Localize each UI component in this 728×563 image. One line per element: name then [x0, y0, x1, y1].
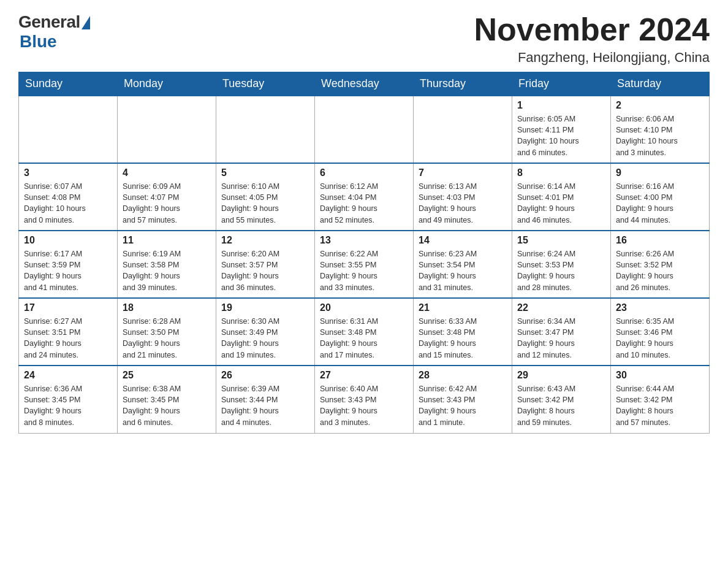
day-number: 3 [24, 167, 112, 178]
calendar-cell: 10Sunrise: 6:17 AM Sunset: 3:59 PM Dayli… [19, 231, 118, 298]
calendar-cell: 8Sunrise: 6:14 AM Sunset: 4:01 PM Daylig… [512, 163, 611, 231]
day-number: 11 [123, 235, 211, 246]
day-info: Sunrise: 6:40 AM Sunset: 3:43 PM Dayligh… [320, 383, 408, 428]
day-info: Sunrise: 6:26 AM Sunset: 3:52 PM Dayligh… [616, 248, 704, 293]
day-info: Sunrise: 6:44 AM Sunset: 3:42 PM Dayligh… [616, 383, 704, 428]
day-number: 21 [419, 302, 507, 313]
calendar-cell: 7Sunrise: 6:13 AM Sunset: 4:03 PM Daylig… [414, 163, 512, 231]
calendar-cell: 21Sunrise: 6:33 AM Sunset: 3:48 PM Dayli… [414, 298, 512, 366]
calendar-cell: 23Sunrise: 6:35 AM Sunset: 3:46 PM Dayli… [611, 298, 710, 366]
calendar-cell: 3Sunrise: 6:07 AM Sunset: 4:08 PM Daylig… [19, 163, 118, 231]
location: Fangzheng, Heilongjiang, China [474, 50, 710, 66]
day-number: 30 [616, 370, 704, 381]
logo-blue-text: Blue [20, 32, 57, 52]
day-info: Sunrise: 6:13 AM Sunset: 4:03 PM Dayligh… [419, 181, 507, 226]
header-thursday: Thursday [414, 72, 512, 96]
day-info: Sunrise: 6:16 AM Sunset: 4:00 PM Dayligh… [616, 181, 704, 226]
day-info: Sunrise: 6:09 AM Sunset: 4:07 PM Dayligh… [123, 181, 211, 226]
calendar-cell: 9Sunrise: 6:16 AM Sunset: 4:00 PM Daylig… [611, 163, 710, 231]
day-info: Sunrise: 6:34 AM Sunset: 3:47 PM Dayligh… [517, 316, 605, 361]
day-number: 25 [123, 370, 211, 381]
day-info: Sunrise: 6:36 AM Sunset: 3:45 PM Dayligh… [24, 383, 112, 428]
calendar-cell: 5Sunrise: 6:10 AM Sunset: 4:05 PM Daylig… [216, 163, 315, 231]
month-title: November 2024 [474, 12, 710, 47]
calendar-cell: 17Sunrise: 6:27 AM Sunset: 3:51 PM Dayli… [19, 298, 118, 366]
week-row-3: 10Sunrise: 6:17 AM Sunset: 3:59 PM Dayli… [19, 231, 710, 298]
day-number: 23 [616, 302, 704, 313]
calendar-cell: 25Sunrise: 6:38 AM Sunset: 3:45 PM Dayli… [118, 366, 216, 433]
day-info: Sunrise: 6:33 AM Sunset: 3:48 PM Dayligh… [419, 316, 507, 361]
calendar-cell: 1Sunrise: 6:05 AM Sunset: 4:11 PM Daylig… [512, 96, 611, 163]
day-number: 8 [517, 167, 605, 178]
day-number: 6 [320, 167, 408, 178]
calendar-cell: 6Sunrise: 6:12 AM Sunset: 4:04 PM Daylig… [315, 163, 414, 231]
day-number: 19 [221, 302, 309, 313]
header: General Blue November 2024 Fangzheng, He… [18, 12, 710, 66]
calendar-cell: 26Sunrise: 6:39 AM Sunset: 3:44 PM Dayli… [216, 366, 315, 433]
day-number: 13 [320, 235, 408, 246]
calendar-cell: 24Sunrise: 6:36 AM Sunset: 3:45 PM Dayli… [19, 366, 118, 433]
day-number: 10 [24, 235, 112, 246]
day-info: Sunrise: 6:20 AM Sunset: 3:57 PM Dayligh… [221, 248, 309, 293]
day-info: Sunrise: 6:27 AM Sunset: 3:51 PM Dayligh… [24, 316, 112, 361]
calendar-cell: 4Sunrise: 6:09 AM Sunset: 4:07 PM Daylig… [118, 163, 216, 231]
day-info: Sunrise: 6:35 AM Sunset: 3:46 PM Dayligh… [616, 316, 704, 361]
day-number: 24 [24, 370, 112, 381]
day-info: Sunrise: 6:43 AM Sunset: 3:42 PM Dayligh… [517, 383, 605, 428]
day-number: 17 [24, 302, 112, 313]
day-info: Sunrise: 6:07 AM Sunset: 4:08 PM Dayligh… [24, 181, 112, 226]
logo-general-text: General [18, 12, 80, 32]
day-number: 26 [221, 370, 309, 381]
header-monday: Monday [118, 72, 216, 96]
calendar-cell [19, 96, 118, 163]
day-number: 2 [616, 100, 704, 111]
header-sunday: Sunday [19, 72, 118, 96]
day-number: 5 [221, 167, 309, 178]
day-info: Sunrise: 6:42 AM Sunset: 3:43 PM Dayligh… [419, 383, 507, 428]
week-row-4: 17Sunrise: 6:27 AM Sunset: 3:51 PM Dayli… [19, 298, 710, 366]
day-number: 15 [517, 235, 605, 246]
calendar-cell: 30Sunrise: 6:44 AM Sunset: 3:42 PM Dayli… [611, 366, 710, 433]
calendar-cell [118, 96, 216, 163]
day-number: 14 [419, 235, 507, 246]
day-number: 9 [616, 167, 704, 178]
calendar-cell: 2Sunrise: 6:06 AM Sunset: 4:10 PM Daylig… [611, 96, 710, 163]
day-info: Sunrise: 6:22 AM Sunset: 3:55 PM Dayligh… [320, 248, 408, 293]
day-number: 28 [419, 370, 507, 381]
day-number: 1 [517, 100, 605, 111]
calendar-cell [414, 96, 512, 163]
day-info: Sunrise: 6:19 AM Sunset: 3:58 PM Dayligh… [123, 248, 211, 293]
day-number: 22 [517, 302, 605, 313]
calendar-cell [315, 96, 414, 163]
day-number: 7 [419, 167, 507, 178]
day-number: 18 [123, 302, 211, 313]
day-info: Sunrise: 6:23 AM Sunset: 3:54 PM Dayligh… [419, 248, 507, 293]
week-row-5: 24Sunrise: 6:36 AM Sunset: 3:45 PM Dayli… [19, 366, 710, 433]
day-info: Sunrise: 6:39 AM Sunset: 3:44 PM Dayligh… [221, 383, 309, 428]
day-number: 20 [320, 302, 408, 313]
calendar-cell: 19Sunrise: 6:30 AM Sunset: 3:49 PM Dayli… [216, 298, 315, 366]
day-info: Sunrise: 6:31 AM Sunset: 3:48 PM Dayligh… [320, 316, 408, 361]
calendar-cell: 29Sunrise: 6:43 AM Sunset: 3:42 PM Dayli… [512, 366, 611, 433]
day-info: Sunrise: 6:28 AM Sunset: 3:50 PM Dayligh… [123, 316, 211, 361]
calendar-table: SundayMondayTuesdayWednesdayThursdayFrid… [18, 72, 710, 434]
calendar-cell: 11Sunrise: 6:19 AM Sunset: 3:58 PM Dayli… [118, 231, 216, 298]
calendar-cell: 13Sunrise: 6:22 AM Sunset: 3:55 PM Dayli… [315, 231, 414, 298]
day-number: 12 [221, 235, 309, 246]
calendar-cell: 15Sunrise: 6:24 AM Sunset: 3:53 PM Dayli… [512, 231, 611, 298]
calendar-cell: 12Sunrise: 6:20 AM Sunset: 3:57 PM Dayli… [216, 231, 315, 298]
calendar-cell: 18Sunrise: 6:28 AM Sunset: 3:50 PM Dayli… [118, 298, 216, 366]
calendar-cell: 27Sunrise: 6:40 AM Sunset: 3:43 PM Dayli… [315, 366, 414, 433]
day-info: Sunrise: 6:12 AM Sunset: 4:04 PM Dayligh… [320, 181, 408, 226]
day-info: Sunrise: 6:24 AM Sunset: 3:53 PM Dayligh… [517, 248, 605, 293]
day-info: Sunrise: 6:10 AM Sunset: 4:05 PM Dayligh… [221, 181, 309, 226]
day-number: 27 [320, 370, 408, 381]
calendar-cell: 22Sunrise: 6:34 AM Sunset: 3:47 PM Dayli… [512, 298, 611, 366]
header-row: SundayMondayTuesdayWednesdayThursdayFrid… [19, 72, 710, 96]
week-row-1: 1Sunrise: 6:05 AM Sunset: 4:11 PM Daylig… [19, 96, 710, 163]
logo-triangle-icon [82, 16, 90, 29]
logo: General Blue [18, 12, 90, 52]
day-number: 4 [123, 167, 211, 178]
day-number: 16 [616, 235, 704, 246]
day-info: Sunrise: 6:05 AM Sunset: 4:11 PM Dayligh… [517, 113, 605, 158]
